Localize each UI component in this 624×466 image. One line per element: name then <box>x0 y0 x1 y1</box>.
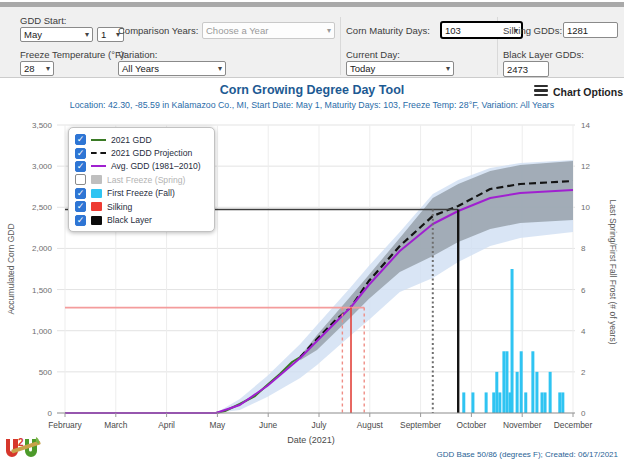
legend-label: Black Layer <box>107 215 152 225</box>
svg-text:10: 10 <box>581 203 590 212</box>
u2u-logo: 2 <box>3 433 45 463</box>
legend-label: Silking <box>107 202 132 212</box>
svg-text:12: 12 <box>581 162 590 171</box>
svg-text:Accumulated Corn GDD: Accumulated Corn GDD <box>6 223 16 314</box>
legend-item[interactable]: ✓First Freeze (Fall) <box>75 187 208 200</box>
svg-text:December: December <box>554 420 593 430</box>
svg-text:Last Spring/First Fall Frost (: Last Spring/First Fall Frost (# of years… <box>608 199 618 344</box>
legend-swatch-icon <box>91 202 102 211</box>
checkbox-checked-icon[interactable]: ✓ <box>75 134 86 145</box>
svg-text:July: July <box>312 420 328 430</box>
checkbox-checked-icon[interactable]: ✓ <box>75 201 86 212</box>
corn-gdd-tool-page: { "controls": { "gdd_start": {"label": "… <box>0 0 624 466</box>
svg-text:3,500: 3,500 <box>32 121 53 130</box>
svg-text:8: 8 <box>581 244 586 253</box>
svg-text:September: September <box>400 420 441 430</box>
legend-item[interactable]: ✓Black Layer <box>75 213 208 226</box>
legend-swatch-icon <box>91 165 106 167</box>
legend-swatch-icon <box>91 139 106 141</box>
legend-item[interactable]: ✓2021 GDD Projection <box>75 146 208 159</box>
legend-label: Last Freeze (Spring) <box>107 175 185 185</box>
svg-text:1,500: 1,500 <box>32 286 53 295</box>
svg-text:0: 0 <box>48 409 53 418</box>
legend-item[interactable]: ✓2021 GDD <box>75 133 208 146</box>
svg-text:1,000: 1,000 <box>32 327 53 336</box>
svg-text:Date (2021): Date (2021) <box>287 435 335 445</box>
svg-text:2,000: 2,000 <box>32 244 53 253</box>
svg-text:4: 4 <box>581 327 586 336</box>
legend-swatch-icon <box>91 152 106 154</box>
legend-item[interactable]: ✓Last Freeze (Spring) <box>75 173 208 186</box>
legend-item[interactable]: ✓Silking <box>75 200 208 213</box>
svg-text:6: 6 <box>581 286 586 295</box>
legend-item[interactable]: ✓Avg. GDD (1981–2010) <box>75 160 208 173</box>
legend-label: First Freeze (Fall) <box>107 188 175 198</box>
checkbox-unchecked-icon[interactable]: ✓ <box>75 174 86 185</box>
svg-text:June: June <box>259 420 278 430</box>
legend-swatch-icon <box>91 216 102 225</box>
legend-label: 2021 GDD <box>111 135 152 145</box>
svg-text:500: 500 <box>39 368 53 377</box>
legend-label: Avg. GDD (1981–2010) <box>111 161 201 171</box>
svg-text:April: April <box>158 420 175 430</box>
checkbox-checked-icon[interactable]: ✓ <box>75 188 86 199</box>
svg-text:November: November <box>503 420 542 430</box>
svg-text:October: October <box>457 420 487 430</box>
checkbox-checked-icon[interactable]: ✓ <box>75 215 86 226</box>
chart-legend: ✓2021 GDD✓2021 GDD Projection✓Avg. GDD (… <box>68 127 215 232</box>
svg-text:March: March <box>104 420 128 430</box>
chart-credit-text: GDD Base 50/86 (degrees F); Created: 06/… <box>437 450 618 459</box>
gdd-chart-canvas: FebruaryMarchAprilMayJuneJulyAugustSepte… <box>0 0 624 466</box>
svg-text:February: February <box>48 420 82 430</box>
legend-swatch-icon <box>91 175 102 184</box>
checkbox-checked-icon[interactable]: ✓ <box>75 161 86 172</box>
svg-text:2: 2 <box>581 368 586 377</box>
svg-text:0: 0 <box>581 409 586 418</box>
svg-text:May: May <box>209 420 226 430</box>
checkbox-checked-icon[interactable]: ✓ <box>75 148 86 159</box>
svg-text:14: 14 <box>581 121 590 130</box>
legend-label: 2021 GDD Projection <box>111 148 192 158</box>
svg-text:August: August <box>357 420 384 430</box>
svg-text:3,000: 3,000 <box>32 162 53 171</box>
svg-text:2,500: 2,500 <box>32 203 53 212</box>
legend-swatch-icon <box>91 189 102 198</box>
